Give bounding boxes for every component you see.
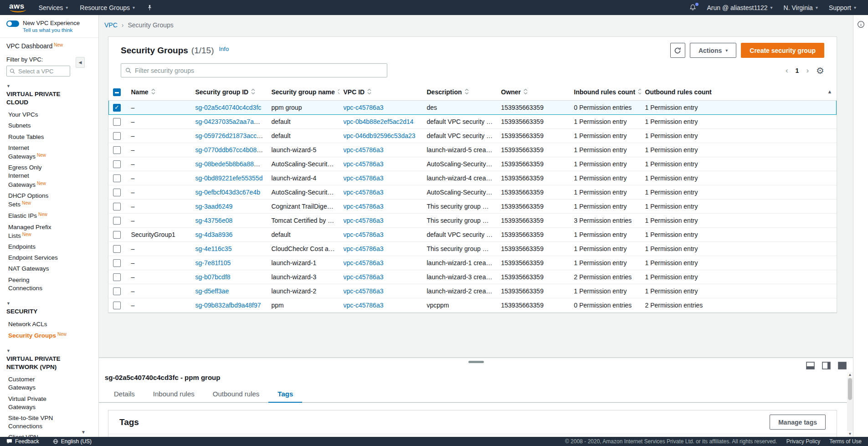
sidebar-item-managed-prefix-lists[interactable]: Managed Prefix ListsNew: [6, 222, 63, 241]
cell-vpc-id[interactable]: vpc-c45786a3: [344, 146, 384, 154]
row-checkbox[interactable]: [113, 118, 121, 126]
cell-security-group-id[interactable]: sg-3aad6249: [195, 203, 233, 210]
table-row[interactable]: –sg-059726d21873accabdefaultvpc-046db925…: [109, 128, 837, 143]
next-page-button[interactable]: ›: [806, 67, 809, 74]
column-header-owner[interactable]: Owner: [497, 84, 570, 100]
cell-vpc-id[interactable]: vpc-c45786a3: [344, 104, 384, 111]
column-header-vpc-id[interactable]: VPC ID: [339, 84, 423, 100]
row-checkbox[interactable]: [113, 302, 121, 309]
row-checkbox[interactable]: [113, 132, 121, 140]
row-checkbox[interactable]: [113, 189, 121, 196]
cell-security-group-id[interactable]: sg-02a5c40740c4cd3fc: [195, 104, 262, 111]
cell-security-group-id[interactable]: sg-4d3a8936: [195, 231, 233, 238]
previous-page-button[interactable]: ‹: [786, 67, 788, 74]
sidebar-item-elastic-ips[interactable]: Elastic IPsNew: [6, 210, 63, 221]
sidebar-item-nat-gateways[interactable]: NAT Gateways: [6, 263, 63, 274]
info-icon[interactable]: [853, 21, 868, 28]
table-row[interactable]: –sg-02a5c40740c4cd3fcppm groupvpc-c45786…: [109, 100, 837, 114]
language-selector[interactable]: English (US): [53, 438, 92, 445]
cell-vpc-id[interactable]: vpc-c45786a3: [344, 217, 384, 224]
table-row[interactable]: –sg-7e81f105launch-wizard-1vpc-c45786a3l…: [109, 256, 837, 270]
split-panel-side-icon[interactable]: [822, 362, 831, 369]
privacy-policy-link[interactable]: Privacy Policy: [786, 438, 821, 445]
row-checkbox[interactable]: [113, 245, 121, 253]
sidebar-item-endpoint-services[interactable]: Endpoint Services: [6, 252, 63, 263]
table-row[interactable]: SecurityGroup1sg-4d3a8936defaultvpc-c457…: [109, 227, 837, 241]
actions-button[interactable]: Actions ▾: [690, 43, 736, 58]
tab-details[interactable]: Details: [105, 387, 144, 402]
sidebar-item-security-groups[interactable]: Security GroupsNew: [6, 330, 63, 341]
services-menu[interactable]: Services ▾: [39, 4, 68, 11]
resource-groups-menu[interactable]: Resource Groups ▾: [80, 4, 135, 11]
column-header-outbound-rules-count[interactable]: Outbound rules count▲: [641, 84, 837, 100]
row-checkbox[interactable]: [113, 203, 121, 210]
cell-vpc-id[interactable]: vpc-c45786a3: [344, 231, 384, 238]
sort-icon[interactable]: [338, 89, 339, 96]
row-checkbox[interactable]: [113, 146, 121, 154]
terms-of-use-link[interactable]: Terms of Use: [829, 438, 862, 445]
cell-security-group-id[interactable]: sg-059726d21873accab: [195, 132, 264, 139]
cell-security-group-id[interactable]: sg-08bede5b8b6a88c6a: [195, 160, 264, 168]
aws-logo[interactable]: aws: [8, 2, 27, 13]
column-header-security-group-name[interactable]: Security group name: [267, 84, 339, 100]
sidebar-item-network-acls[interactable]: Network ACLs: [6, 319, 63, 330]
notifications-bell-icon[interactable]: [689, 4, 696, 11]
select-all-checkbox[interactable]: [113, 88, 121, 96]
section-collapse-icon[interactable]: ▼: [6, 349, 92, 353]
column-header-inbound-rules-count[interactable]: Inbound rules count: [570, 84, 641, 100]
column-header-security-group-id[interactable]: Security group ID: [191, 84, 267, 100]
cell-security-group-id[interactable]: sg-43756e08: [195, 217, 233, 224]
table-row[interactable]: –sg-08bede5b8b6a88c6aAutoScaling-Securit…: [109, 157, 837, 171]
cell-vpc-id[interactable]: vpc-c45786a3: [344, 189, 384, 196]
sidebar-item-virtual-private-gateways[interactable]: Virtual Private Gateways: [6, 394, 63, 413]
cell-vpc-id[interactable]: vpc-c45786a3: [344, 174, 384, 182]
detail-scrollbar[interactable]: ▲ ▼: [847, 372, 853, 437]
cell-vpc-id[interactable]: vpc-c45786a3: [344, 245, 384, 252]
cell-security-group-id[interactable]: sg-09b832afbd9a48f97: [195, 302, 261, 309]
settings-gear-icon[interactable]: ⚙: [816, 66, 824, 75]
sort-icon[interactable]: [151, 89, 155, 96]
table-row[interactable]: –sg-0770ddb67cc4b0886launch-wizard-5vpc-…: [109, 143, 837, 157]
feedback-button[interactable]: Feedback: [6, 438, 39, 445]
cell-security-group-id[interactable]: sg-0770ddb67cc4b0886: [195, 146, 264, 154]
sidebar-item-client-vpn-endpoints[interactable]: Client VPN Endpoints: [6, 432, 63, 437]
table-row[interactable]: –sg-0bd89221efe55355dlaunch-wizard-4vpc-…: [109, 171, 837, 185]
section-collapse-icon[interactable]: ▼: [6, 301, 92, 306]
region-menu[interactable]: N. Virginia ▾: [784, 4, 818, 11]
sidebar-item-peering-connections[interactable]: Peering Connections: [6, 275, 63, 294]
section-collapse-icon[interactable]: ▼: [6, 84, 92, 88]
sort-icon[interactable]: [465, 89, 469, 96]
cell-security-group-id[interactable]: sg-b07bcdf8: [195, 273, 231, 281]
table-row[interactable]: –sg-d5eff3aelaunch-wizard-2vpc-c45786a3l…: [109, 284, 837, 298]
scroll-up-icon[interactable]: ▲: [847, 372, 853, 378]
row-checkbox[interactable]: [113, 273, 121, 281]
cell-security-group-id[interactable]: sg-4e116c35: [195, 245, 232, 252]
column-header-description[interactable]: Description: [423, 84, 497, 100]
table-row[interactable]: –sg-0efbcf043d3c67e4bAutoScaling-Securit…: [109, 185, 837, 199]
sort-icon[interactable]: [638, 89, 641, 96]
cell-vpc-id[interactable]: vpc-c45786a3: [344, 259, 384, 267]
sidebar-item-egress-only-internet-gateways[interactable]: Egress Only Internet GatewaysNew: [6, 162, 63, 190]
sidebar-item-endpoints[interactable]: Endpoints: [6, 241, 63, 252]
row-checkbox[interactable]: [113, 217, 121, 225]
table-row[interactable]: –sg-09b832afbd9a48f97ppmvpc-c45786a3vpcp…: [109, 298, 837, 312]
column-header-name[interactable]: Name: [127, 84, 191, 100]
support-menu[interactable]: Support ▾: [829, 4, 856, 11]
create-security-group-button[interactable]: Create security group: [741, 43, 824, 58]
row-checkbox[interactable]: [113, 160, 121, 168]
refresh-button[interactable]: [670, 43, 685, 58]
table-row[interactable]: –sg-3aad6249Cognizant TrailDigest (…vpc-…: [109, 199, 837, 213]
tab-outbound-rules[interactable]: Outbound rules: [204, 387, 269, 402]
cell-vpc-id[interactable]: vpc-c45786a3: [344, 160, 384, 168]
new-experience-toggle[interactable]: [6, 21, 19, 27]
cell-security-group-id[interactable]: sg-7e81f105: [195, 259, 231, 267]
filter-security-groups-input[interactable]: [135, 67, 383, 74]
sidebar-collapse-button[interactable]: ◀: [76, 57, 85, 68]
tab-tags[interactable]: Tags: [268, 387, 302, 403]
current-page[interactable]: 1: [796, 67, 799, 74]
sidebar-item-site-to-site-vpn-connections[interactable]: Site-to-Site VPN Connections: [6, 413, 63, 432]
table-row[interactable]: –sg-4e116c35CloudCheckr Cost and …vpc-c4…: [109, 241, 837, 256]
row-checkbox[interactable]: [113, 287, 121, 295]
cell-vpc-id[interactable]: vpc-c45786a3: [344, 287, 384, 295]
vpc-filter-select[interactable]: Select a VPC: [6, 66, 70, 77]
